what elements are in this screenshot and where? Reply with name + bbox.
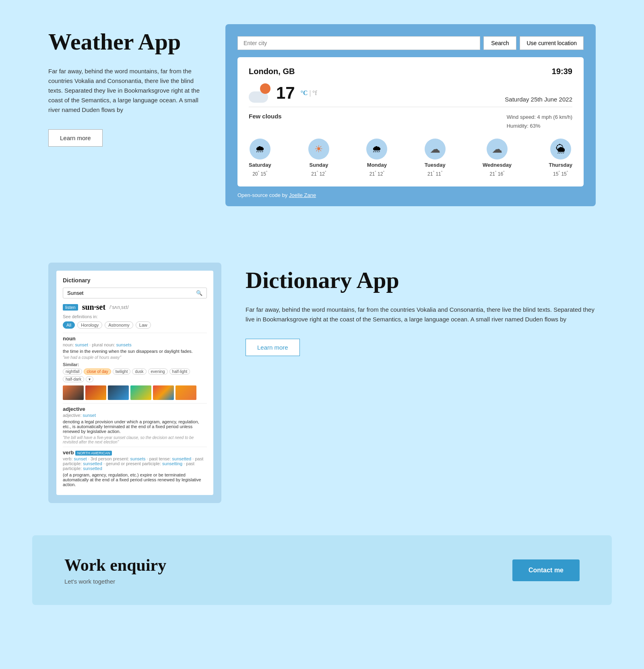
forecast-icon-tuesday [425, 139, 446, 159]
dict-verb-detail: verb: sunset · 3rd person present: sunse… [63, 456, 207, 471]
weather-description: Far far away, behind the word mountains,… [48, 66, 201, 115]
dict-similar-more[interactable]: ▾ [86, 376, 93, 382]
cloud-dark2-icon [492, 143, 502, 155]
weather-condition: Few clouds [249, 113, 282, 120]
dict-app-title: Dictionary [63, 277, 207, 284]
cloud-sun-icon [260, 83, 270, 94]
dict-phonetic: /ˈsʌnˌsɛt/ [109, 304, 129, 310]
dict-similar-twilight: twilight [113, 369, 131, 375]
weather-divider [249, 107, 572, 107]
dict-image-1 [63, 385, 84, 400]
forecast-day-sunday: Sunday 21° 12° [308, 139, 329, 177]
cloud-dark-icon [430, 143, 440, 155]
dict-noun-def: the time in the evening when the sun dis… [63, 349, 207, 354]
unit-celsius[interactable]: °C [301, 89, 308, 97]
forecast-label-monday: Monday [367, 162, 387, 168]
weather-icon [249, 83, 270, 103]
forecast-temps-saturday: 20° 15° [252, 170, 267, 177]
dict-similar-close-of-day: close of day [84, 369, 111, 375]
weather-wind: Wind speed: 4 mph (6 km/h) [507, 113, 572, 122]
forecast-label-wednesday: Wednesday [483, 162, 512, 168]
work-subtitle: Let's work together [64, 578, 166, 585]
dictionary-section: Dictionary 🔍 listen sun·set /ˈsʌnˌsɛt/ S… [0, 238, 644, 535]
weather-credit: Open-source code by Joelle Zane [237, 192, 584, 198]
forecast-icon-saturday [250, 139, 270, 159]
dictionary-text-block: Dictionary App Far far away, behind the … [246, 263, 596, 356]
dict-word: sun·set [82, 302, 105, 312]
dict-tab-astronomy[interactable]: Astronomy [105, 321, 133, 329]
dict-similar-half-light: half-light [169, 369, 190, 375]
forecast-day-saturday: Saturday 20° 15° [249, 139, 271, 177]
weather-city-block: London, GB [249, 67, 295, 76]
weather-widget: Search Use current location London, GB 1… [225, 24, 596, 206]
dict-image-2 [85, 385, 106, 400]
dict-search-row: 🔍 [63, 288, 207, 298]
weather-city: London, GB [249, 67, 295, 76]
dict-pos-adjective: adjective [63, 406, 207, 412]
forecast-label-saturday: Saturday [249, 162, 271, 168]
cloud-rain-icon [255, 143, 265, 155]
dict-image-3 [108, 385, 129, 400]
forecast-day-tuesday: Tuesday 21° 11° [425, 139, 446, 177]
weather-card: London, GB 19:39 17 °C | °f [237, 57, 584, 186]
weather-search-bar: Search Use current location [237, 36, 584, 50]
forecast-day-thursday: Thursday 15° 15° [549, 139, 572, 177]
dict-pos-verb: verb NORTH AMERICAN [63, 449, 207, 456]
dict-similar-words: nightfall close of day twilight dusk eve… [63, 369, 207, 382]
dict-see-definitions: See definitions in: [63, 314, 207, 319]
city-search-input[interactable] [237, 36, 480, 50]
work-enquiry-section: Work enquiry Let's work together Contact… [32, 535, 612, 605]
forecast-temps-thursday: 15° 15° [553, 170, 568, 177]
dict-search-input[interactable] [67, 290, 196, 296]
forecast-temps-sunday: 21° 12° [311, 170, 326, 177]
credit-text: Open-source code [237, 192, 281, 198]
work-text-block: Work enquiry Let's work together [64, 555, 166, 585]
weather-card-top: London, GB 19:39 [249, 67, 572, 76]
forecast-temps-tuesday: 21° 11° [427, 170, 442, 177]
weather-text-block: Weather App Far far away, behind the wor… [48, 24, 201, 147]
weather-humidity: Humidity: 63% [507, 122, 572, 130]
forecast-icon-thursday [550, 139, 571, 159]
dict-similar-nightfall: nightfall [63, 369, 82, 375]
unit-fahrenheit[interactable]: °f [312, 89, 317, 97]
dictionary-screenshot: Dictionary 🔍 listen sun·set /ˈsʌnˌsɛt/ S… [48, 263, 221, 503]
forecast-temps-wednesday: 21° 16° [489, 170, 504, 177]
unit-separator: | [310, 89, 311, 97]
forecast-icon-monday [366, 139, 387, 159]
dict-word-row: listen sun·set /ˈsʌnˌsɛt/ [63, 302, 207, 312]
weather-title: Weather App [48, 28, 201, 55]
weather-main-row: 17 °C | °f Saturday 25th June 2022 [249, 83, 572, 103]
dict-divider-2 [63, 403, 207, 404]
weather-time: 19:39 [552, 67, 572, 76]
dictionary-title: Dictionary App [246, 267, 596, 294]
weather-temperature: 17 [276, 83, 295, 103]
dict-image-5 [153, 385, 174, 400]
use-current-location-button[interactable]: Use current location [520, 36, 584, 50]
weather-section: Weather App Far far away, behind the wor… [0, 0, 644, 238]
dict-tab-all[interactable]: All [63, 321, 75, 329]
dictionary-app: Dictionary 🔍 listen sun·set /ˈsʌnˌsɛt/ S… [56, 271, 213, 495]
dict-image-4 [130, 385, 151, 400]
dictionary-learn-more-button[interactable]: Learn more [246, 339, 300, 356]
dict-tab-law[interactable]: Law [136, 321, 151, 329]
contact-me-button[interactable]: Contact me [512, 559, 580, 581]
forecast-icon-sunday [308, 139, 329, 159]
dict-image-6 [175, 385, 196, 400]
dict-search-icon: 🔍 [196, 290, 202, 296]
dict-noun-detail: noun: sunset · plural noun: sunsets [63, 342, 207, 347]
credit-author-link[interactable]: Joelle Zane [289, 192, 316, 198]
work-title: Work enquiry [64, 555, 166, 575]
forecast-label-tuesday: Tuesday [425, 162, 446, 168]
dict-verb-def: (of a program, agency, regulation, etc.)… [63, 472, 207, 487]
weather-learn-more-button[interactable]: Learn more [48, 129, 103, 147]
credit-by: by [282, 192, 289, 198]
forecast-day-monday: Monday 21° 12° [366, 139, 387, 177]
dict-tab-horology[interactable]: Horology [77, 321, 102, 329]
search-button[interactable]: Search [483, 36, 516, 50]
dict-listen-button[interactable]: listen [63, 304, 78, 311]
weather-date: Saturday 25th June 2022 [505, 96, 572, 103]
dict-similar-half-dark: half-dark [63, 376, 84, 382]
weather-wind-humidity: Wind speed: 4 mph (6 km/h) Humidity: 63% [507, 113, 572, 130]
weather-units: °C | °f [301, 89, 317, 97]
dict-adj-example: "the bill will have a five-year sunset c… [63, 435, 207, 444]
